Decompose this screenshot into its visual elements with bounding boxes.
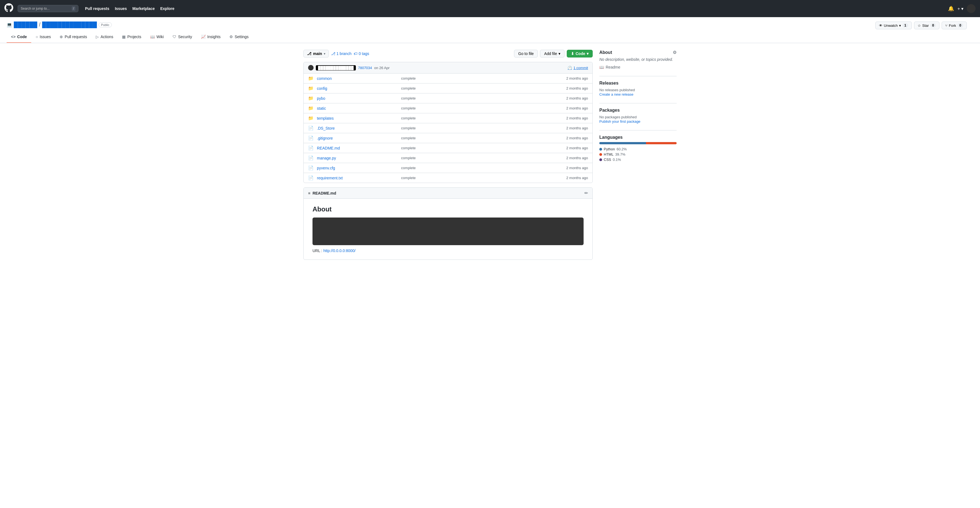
file-time: 2 months ago [566, 126, 588, 130]
security-tab-icon: 🛡 [173, 35, 177, 39]
branch-bar: ⎇ main ▾ ⎇ 1 branch 🏷 0 tags Go to file … [303, 50, 593, 58]
language-item-html: HTML 39.7% [599, 152, 677, 157]
languages-section: Languages Python 60.2% HTML 39.7% [599, 135, 677, 162]
fork-label: Fork [949, 24, 956, 28]
watch-count: 1 [902, 23, 908, 28]
nav-issues[interactable]: Issues [113, 5, 129, 13]
repo-header: 💻 ██████ / ██████████████ Public 👁 Unwat… [0, 17, 980, 43]
file-link[interactable]: common [317, 76, 398, 81]
commit-avatar [308, 65, 313, 70]
tab-issues[interactable]: ○ Issues [31, 31, 55, 43]
tab-wiki-label: Wiki [156, 35, 164, 39]
file-link[interactable]: .gitignore [317, 136, 398, 141]
issues-tab-icon: ○ [36, 35, 38, 39]
repo-path: 💻 ██████ / ██████████████ Public [6, 22, 974, 28]
add-file-chevron-icon: ▾ [558, 51, 560, 56]
tab-actions-label: Actions [100, 35, 113, 39]
file-link[interactable]: pyvenv.cfg [317, 166, 398, 170]
tab-settings-label: Settings [235, 35, 249, 39]
tags-count: 0 tags [359, 51, 369, 56]
language-list: Python 60.2% HTML 39.7% CSS 0.1% [599, 147, 677, 162]
repo-owner-link[interactable]: ██████ [14, 22, 37, 28]
code-button[interactable]: ⬇ Code ▾ [567, 50, 593, 58]
table-row: 📁 common complete 2 months ago [304, 73, 592, 83]
tab-pull-requests[interactable]: ⊕ Pull requests [55, 31, 91, 43]
packages-section: Packages No packages published Publish y… [599, 108, 677, 123]
search-bar[interactable]: Search or jump to... / [18, 5, 78, 12]
tab-settings[interactable]: ⚙ Settings [225, 31, 253, 43]
folder-icon: 📁 [308, 115, 313, 121]
readme-heading: About [312, 205, 584, 213]
insights-tab-icon: 📈 [201, 35, 206, 39]
readme-url-text: URL : http://0.0.0.0:8000/ [312, 248, 584, 253]
star-button[interactable]: ☆ Star 0 [914, 22, 940, 29]
create-new-button[interactable]: + ▾ [957, 6, 963, 11]
branch-count-link[interactable]: ⎇ 1 branch [331, 51, 352, 56]
add-file-button[interactable]: Add file ▾ [540, 50, 565, 58]
edit-readme-button[interactable]: ✏ [584, 190, 588, 196]
file-icon: 📄 [308, 136, 313, 141]
repo-tabs: <> Code ○ Issues ⊕ Pull requests ▷ Actio… [6, 31, 974, 43]
history-icon: 🕐 [568, 66, 572, 70]
file-link[interactable]: static [317, 106, 398, 110]
star-label: Star [922, 24, 929, 28]
tab-actions[interactable]: ▷ Actions [91, 31, 118, 43]
github-logo[interactable] [5, 3, 13, 14]
branch-selector[interactable]: ⎇ main ▾ [303, 50, 329, 58]
commit-count-link[interactable]: 🕐 1 commit [568, 66, 588, 70]
commit-hash-link[interactable]: 7807034 [358, 66, 372, 70]
tags-count-link[interactable]: 🏷 0 tags [354, 51, 369, 56]
code-chevron-icon: ▾ [587, 51, 589, 56]
file-link[interactable]: templates [317, 116, 398, 120]
repo-sidebar: About ⚙ No description, website, or topi… [599, 50, 677, 260]
branch-chevron-icon: ▾ [324, 52, 325, 55]
file-message: complete [401, 156, 563, 160]
settings-tab-icon: ⚙ [229, 35, 233, 39]
branch-count-icon: ⎇ [331, 51, 336, 56]
publish-package-link[interactable]: Publish your first package [599, 120, 640, 123]
readme-sidebar-icon: 📖 [599, 65, 604, 69]
file-link[interactable]: config [317, 86, 398, 91]
tab-wiki[interactable]: 📖 Wiki [146, 31, 168, 43]
fork-button[interactable]: ⑂ Fork 0 [942, 22, 967, 29]
tab-code[interactable]: <> Code [6, 31, 31, 43]
file-link[interactable]: .DS_Store [317, 126, 398, 131]
folder-icon: 📁 [308, 76, 313, 81]
tab-issues-label: Issues [40, 35, 51, 39]
readme-url-link[interactable]: http://0.0.0.0:8000/ [323, 248, 356, 253]
tab-insights[interactable]: 📈 Insights [197, 31, 225, 43]
readme-url-label: URL : [312, 248, 322, 253]
create-release-link[interactable]: Create a new release [599, 92, 633, 96]
pr-tab-icon: ⊕ [60, 35, 63, 39]
file-message: complete [401, 86, 563, 90]
commit-info: ██████████████ 7807034 on 26 Apr [308, 65, 390, 70]
file-link[interactable]: manage.py [317, 156, 398, 160]
readme-sidebar-link[interactable]: 📖 Readme [599, 65, 677, 69]
notifications-button[interactable]: 🔔 [948, 6, 954, 11]
star-count: 0 [930, 23, 936, 28]
main-content: ⎇ main ▾ ⎇ 1 branch 🏷 0 tags Go to file … [297, 43, 683, 267]
folder-icon: 📁 [308, 96, 313, 101]
watch-button[interactable]: 👁 Unwatch ▾ 1 [875, 22, 912, 29]
file-time: 2 months ago [566, 146, 588, 150]
table-row: 📄 .gitignore complete 2 months ago [304, 133, 592, 143]
branch-icon: ⎇ [307, 51, 312, 56]
nav-explore[interactable]: Explore [158, 5, 177, 13]
nav-marketplace[interactable]: Marketplace [130, 5, 157, 13]
tab-code-label: Code [17, 35, 27, 39]
nav-pull-requests[interactable]: Pull requests [83, 5, 111, 13]
releases-heading: Releases [599, 81, 677, 86]
file-time: 2 months ago [566, 96, 588, 100]
repo-action-buttons: 👁 Unwatch ▾ 1 ☆ Star 0 ⑂ Fork 0 [875, 22, 967, 29]
tab-projects[interactable]: ▦ Projects [118, 31, 146, 43]
tab-security[interactable]: 🛡 Security [168, 31, 197, 43]
file-link[interactable]: pybo [317, 96, 398, 101]
file-link[interactable]: requirement.txt [317, 176, 398, 180]
avatar[interactable] [967, 4, 975, 13]
branch-name: main [313, 51, 322, 56]
about-settings-button[interactable]: ⚙ [673, 50, 677, 55]
table-row: 📄 manage.py complete 2 months ago [304, 153, 592, 163]
file-link[interactable]: README.md [317, 146, 398, 150]
goto-file-button[interactable]: Go to file [514, 50, 538, 58]
repo-name-link[interactable]: ██████████████ [42, 22, 97, 28]
